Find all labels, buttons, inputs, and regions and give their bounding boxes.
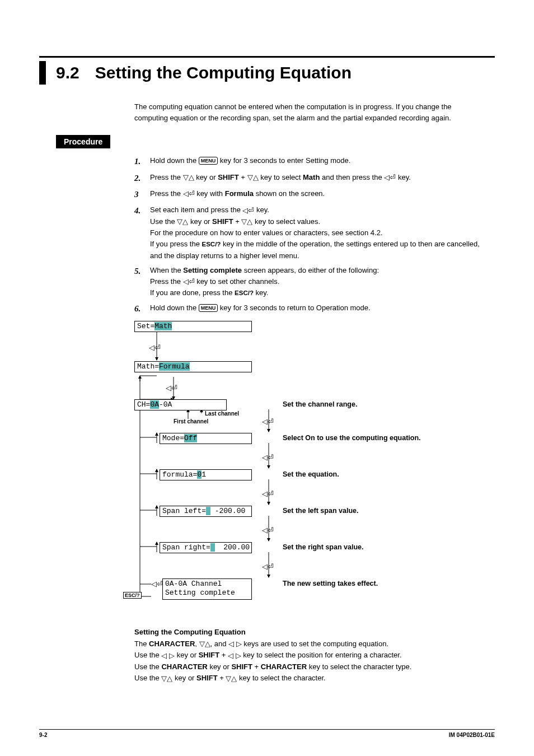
highlight: Math bbox=[154, 322, 172, 330]
step-number: 3 bbox=[134, 188, 150, 201]
text: Span right= bbox=[162, 543, 210, 552]
text: + bbox=[233, 217, 242, 226]
text: CH= bbox=[137, 400, 150, 409]
text: Set each item and press the bbox=[150, 206, 242, 214]
text: Set= bbox=[137, 322, 154, 330]
down-up-icon: ▽△ bbox=[247, 172, 259, 183]
text: screen appears, do either of the followi… bbox=[242, 266, 379, 274]
shift-key: SHIFT bbox=[231, 662, 252, 671]
label-mode: Select On to use the computing equation. bbox=[283, 434, 421, 442]
step-6: 6. Hold down the MENU key for 3 seconds … bbox=[134, 302, 484, 315]
left-right-icon: ◁ ▷ bbox=[228, 638, 242, 650]
character-key: CHARACTER bbox=[161, 662, 207, 671]
intro-paragraph: The computing equation cannot be entered… bbox=[134, 101, 484, 124]
text: key to select the character. bbox=[237, 674, 325, 682]
down-up-icon: ▽△ bbox=[199, 638, 210, 650]
enter-icon: ◁⏎ bbox=[262, 489, 274, 498]
last-channel-label: Last channel bbox=[205, 410, 239, 417]
screen-math: Math=Formula bbox=[134, 361, 252, 372]
section-number: 9.2 bbox=[56, 63, 79, 85]
enter-icon: ◁⏎ bbox=[384, 172, 396, 183]
math-label: Math bbox=[303, 173, 320, 181]
left-right-icon: ◁ ▷ bbox=[228, 650, 241, 661]
enter-icon: ◁⏎ bbox=[242, 205, 254, 216]
section-title: Setting the Computing Equation bbox=[95, 63, 352, 85]
text: formula= bbox=[162, 470, 197, 479]
enter-icon: ◁⏎ bbox=[183, 276, 195, 287]
esc-key: ESC/? bbox=[202, 241, 221, 248]
shift-key: SHIFT bbox=[196, 674, 218, 682]
text: -0A bbox=[159, 400, 172, 409]
enter-icon: ◁⏎ bbox=[166, 384, 177, 392]
text: For the procedure on how to enter values… bbox=[150, 228, 383, 237]
text: If you press the bbox=[150, 240, 202, 248]
shift-key: SHIFT bbox=[212, 217, 233, 226]
enter-icon: ◁⏎ bbox=[149, 343, 161, 352]
document-id: IM 04P02B01-01E bbox=[449, 732, 495, 738]
label-span-left: Set the left span value. bbox=[283, 507, 358, 515]
text: + bbox=[239, 173, 247, 181]
text: Use the bbox=[134, 662, 161, 671]
step-number: 6. bbox=[134, 302, 150, 315]
enter-icon: ◁⏎ bbox=[183, 188, 195, 199]
screen-ch: CH=0A-0A bbox=[134, 399, 227, 410]
screen-mode: Mode=Off bbox=[160, 433, 252, 444]
text: Press the bbox=[150, 277, 183, 286]
text: If you are done, press the bbox=[150, 288, 235, 297]
screen-span-left: Span left= -200.00 bbox=[160, 506, 252, 517]
enter-icon: ◁⏎ bbox=[151, 580, 163, 588]
step-2: 2. Press the ▽△ key or SHIFT + ▽△ key to… bbox=[134, 172, 484, 185]
step-number: 2. bbox=[134, 172, 150, 185]
text: and then press the bbox=[320, 173, 384, 181]
menu-flow-diagram: Set=Math ◁⏎ Math=Formula ◁⏎ CH=0A-0A Las… bbox=[134, 321, 484, 618]
menu-key-icon: MENU bbox=[199, 157, 218, 165]
text: key to select values. bbox=[252, 217, 320, 226]
down-up-icon: ▽△ bbox=[177, 216, 188, 227]
text: Span left= bbox=[162, 507, 206, 515]
screen-span-right: Span right= 200.00 bbox=[160, 542, 252, 553]
text: Hold down the bbox=[150, 304, 199, 312]
section-title-row: 9.2 Setting the Computing Equation bbox=[39, 56, 495, 85]
text: key to set other channels. bbox=[195, 277, 280, 286]
down-up-icon: ▽△ bbox=[241, 216, 252, 227]
text: key or bbox=[188, 217, 212, 226]
text: key to select the position for entering … bbox=[241, 651, 402, 659]
text: Use the bbox=[150, 217, 177, 226]
text: key or bbox=[172, 674, 196, 682]
screen-formula: formula=01 bbox=[160, 469, 252, 480]
text: key or bbox=[194, 173, 218, 181]
step-4: 4. Set each item and press the ◁⏎ key. U… bbox=[134, 204, 484, 262]
enter-icon: ◁⏎ bbox=[262, 453, 274, 461]
text: key. bbox=[254, 206, 269, 214]
down-up-icon: ▽△ bbox=[226, 673, 237, 684]
text: Math= bbox=[137, 362, 159, 371]
down-up-icon: ▽△ bbox=[161, 673, 172, 684]
procedure-heading: Procedure bbox=[56, 135, 110, 148]
step-3: 3 Press the ◁⏎ key with Formula shown on… bbox=[134, 188, 484, 201]
text: When the bbox=[150, 266, 183, 274]
text: key. bbox=[254, 288, 269, 297]
formula-label: Formula bbox=[225, 189, 254, 198]
left-right-icon: ◁ ▷ bbox=[161, 650, 175, 661]
text: Setting complete bbox=[165, 589, 235, 597]
enter-icon: ◁⏎ bbox=[262, 562, 274, 571]
text: 200.00 bbox=[215, 543, 250, 552]
menu-key-icon: MENU bbox=[199, 304, 218, 312]
down-up-icon: ▽△ bbox=[183, 172, 194, 183]
label-span-right: Set the right span value. bbox=[283, 543, 363, 551]
text: key or bbox=[175, 651, 199, 659]
step-5: 5. When the Setting complete screen appe… bbox=[134, 265, 484, 299]
character-key: CHARACTER bbox=[261, 662, 307, 671]
text: , and bbox=[210, 640, 229, 648]
setting-complete-label: Setting complete bbox=[183, 266, 242, 274]
shift-key: SHIFT bbox=[199, 651, 220, 659]
text: keys are used to set the computing equat… bbox=[242, 640, 388, 648]
text: 1 bbox=[202, 470, 206, 479]
text: key. bbox=[396, 173, 411, 181]
text: , bbox=[195, 640, 199, 648]
paragraph: The CHARACTER, ▽△, and ◁ ▷ keys are used… bbox=[134, 638, 484, 684]
screen-complete: 0A-0A Channel Setting complete bbox=[162, 578, 252, 600]
text: key to select bbox=[259, 173, 303, 181]
text: Press the bbox=[150, 189, 183, 198]
enter-icon: ◁⏎ bbox=[262, 526, 274, 534]
